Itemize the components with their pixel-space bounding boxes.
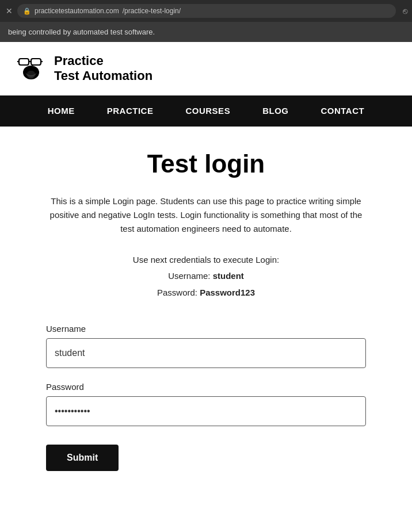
description-text: This is a simple Login page. Students ca… [46, 194, 366, 236]
password-field-group: Password [46, 382, 366, 426]
svg-rect-1 [31, 59, 41, 65]
username-creds-value: student [213, 271, 244, 281]
credentials-password: Password: Password123 [46, 285, 366, 301]
page-title: Test login [46, 150, 366, 178]
nav-item-courses[interactable]: COURSES [169, 95, 246, 127]
username-input[interactable] [46, 338, 366, 368]
submit-button[interactable]: Submit [46, 445, 119, 471]
logo-icon [17, 54, 46, 83]
close-icon[interactable]: ✕ [5, 6, 14, 16]
share-icon[interactable]: ⎋ [403, 6, 407, 16]
password-creds-value: Password123 [200, 288, 255, 297]
lock-icon: 🔒 [23, 7, 31, 15]
username-creds-label: Username: [168, 271, 210, 281]
automated-banner-text: being controlled by automated test softw… [8, 28, 155, 36]
username-label: Username [46, 324, 366, 334]
browser-chrome: ✕ 🔒 practicetestautomation.com/practice-… [0, 0, 412, 22]
nav-item-practice[interactable]: PRACTICE [91, 95, 170, 127]
automated-banner: being controlled by automated test softw… [0, 22, 412, 42]
svg-rect-0 [19, 59, 29, 65]
credentials-block: Use next credentials to execute Login: U… [46, 252, 366, 301]
svg-point-6 [27, 71, 35, 76]
username-field-group: Username [46, 324, 366, 368]
url-path: /practice-test-login/ [123, 7, 181, 15]
password-input[interactable] [46, 396, 366, 426]
login-form: Username Password Submit [46, 324, 366, 471]
main-content: Test login This is a simple Login page. … [0, 127, 412, 506]
address-bar[interactable]: 🔒 practicetestautomation.com/practice-te… [17, 4, 396, 18]
nav-item-home[interactable]: HOME [32, 95, 91, 127]
nav-item-blog[interactable]: BLOG [246, 95, 304, 127]
credentials-username: Username: student [46, 268, 366, 285]
password-creds-label: Password: [157, 288, 197, 297]
logo-text: Practice Test Automation [54, 53, 152, 84]
site-header: Practice Test Automation [0, 42, 412, 95]
password-label: Password [46, 382, 366, 392]
main-nav: HOME PRACTICE COURSES BLOG CONTACT [0, 95, 412, 127]
nav-item-contact[interactable]: CONTACT [304, 95, 380, 127]
credentials-intro: Use next credentials to execute Login: [46, 252, 366, 269]
url-prefix: practicetestautomation.com [35, 7, 119, 15]
